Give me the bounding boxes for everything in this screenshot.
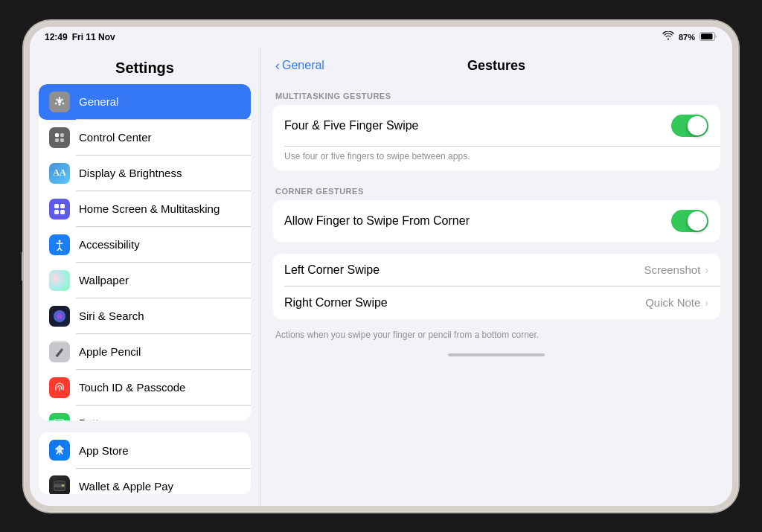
side-button bbox=[22, 251, 24, 281]
left-corner-swipe-text: Screenshot bbox=[644, 263, 700, 276]
four-five-finger-toggle[interactable] bbox=[671, 115, 708, 137]
svg-rect-10 bbox=[60, 210, 65, 214]
sidebar-item-control-center[interactable]: Control Center bbox=[39, 120, 251, 156]
main-content: ‹ General Gestures MULTITASKING GESTURES… bbox=[260, 48, 732, 506]
four-five-finger-label: Four & Five Finger Swipe bbox=[284, 119, 419, 132]
svg-rect-3 bbox=[55, 133, 59, 137]
right-corner-swipe-label: Right Corner Swipe bbox=[284, 296, 388, 310]
four-five-finger-toggle-knob bbox=[688, 116, 707, 135]
ipad-frame: 12:49 Fri 11 Nov 87% bbox=[24, 21, 738, 512]
sidebar-item-appstore[interactable]: App Store bbox=[39, 432, 251, 468]
touchid-icon bbox=[49, 377, 70, 398]
back-label: General bbox=[282, 59, 324, 72]
sidebar-item-general[interactable]: General bbox=[39, 84, 251, 120]
sidebar-item-accessibility[interactable]: Accessibility bbox=[39, 227, 251, 263]
allow-finger-swipe-label: Allow Finger to Swipe From Corner bbox=[284, 214, 470, 228]
right-corner-swipe-text: Quick Note bbox=[645, 296, 700, 309]
control-center-icon bbox=[49, 127, 70, 148]
sidebar-label-accessibility: Accessibility bbox=[79, 238, 140, 251]
multitasking-description: Use four or five fingers to swipe betwee… bbox=[272, 147, 720, 170]
sidebar-label-siri: Siri & Search bbox=[79, 310, 144, 322]
left-corner-chevron-icon: › bbox=[705, 264, 708, 276]
home-indicator bbox=[448, 353, 545, 356]
multitasking-section-label: MULTITASKING GESTURES bbox=[260, 81, 732, 105]
wifi-icon bbox=[662, 31, 674, 42]
ipad-screen: 12:49 Fri 11 Nov 87% bbox=[30, 27, 732, 506]
right-corner-swipe-row[interactable]: Right Corner Swipe Quick Note › bbox=[272, 286, 720, 319]
sidebar-item-siri[interactable]: Siri & Search bbox=[39, 298, 251, 334]
right-corner-chevron-icon: › bbox=[705, 297, 708, 309]
appstore-icon bbox=[49, 440, 70, 461]
battery-sidebar-icon bbox=[49, 413, 70, 421]
svg-rect-5 bbox=[55, 138, 59, 142]
svg-rect-9 bbox=[54, 210, 59, 214]
sidebar-label-appstore: App Store bbox=[79, 444, 129, 457]
svg-rect-18 bbox=[54, 484, 65, 485]
status-time: 12:49 bbox=[45, 32, 68, 42]
main-page-title: Gestures bbox=[467, 58, 525, 74]
sidebar-item-homescreen[interactable]: Home Screen & Multitasking bbox=[39, 191, 251, 227]
right-corner-swipe-value: Quick Note › bbox=[645, 296, 708, 309]
main-header: ‹ General Gestures bbox=[260, 48, 732, 81]
sidebar-section-1: General Control Center bbox=[39, 84, 251, 421]
wallet-icon bbox=[49, 475, 70, 493]
pencil-icon bbox=[49, 342, 70, 362]
sidebar-title: Settings bbox=[30, 48, 260, 84]
corner-toggle-card: Allow Finger to Swipe From Corner bbox=[272, 200, 720, 242]
sidebar-item-pencil[interactable]: Apple Pencil bbox=[39, 334, 251, 370]
battery-percent: 87% bbox=[679, 33, 695, 42]
status-date: Fri 11 Nov bbox=[72, 32, 115, 42]
app-content: Settings General bbox=[30, 48, 732, 506]
homescreen-icon bbox=[49, 199, 70, 219]
sidebar-label-wallpaper: Wallpaper bbox=[79, 274, 129, 286]
status-bar: 12:49 Fri 11 Nov 87% bbox=[30, 27, 732, 48]
sidebar-section-2: App Store Wallet & Apple Pay bbox=[39, 432, 251, 493]
corner-actions-card: Left Corner Swipe Screenshot › Right Cor… bbox=[272, 254, 720, 319]
allow-finger-swipe-row[interactable]: Allow Finger to Swipe From Corner bbox=[272, 200, 720, 242]
sidebar-label-display: Display & Brightness bbox=[79, 167, 182, 179]
left-corner-swipe-label: Left Corner Swipe bbox=[284, 263, 380, 277]
svg-rect-8 bbox=[60, 204, 65, 208]
multitasking-card: Four & Five Finger Swipe Use four or fiv… bbox=[272, 105, 720, 170]
back-chevron-icon: ‹ bbox=[275, 58, 280, 74]
sidebar-item-display[interactable]: AA Display & Brightness bbox=[39, 156, 251, 191]
allow-finger-swipe-toggle[interactable] bbox=[671, 210, 708, 232]
siri-icon bbox=[49, 306, 70, 327]
sidebar: Settings General bbox=[30, 48, 260, 506]
sidebar-label-control-center: Control Center bbox=[79, 131, 152, 144]
wallpaper-icon bbox=[49, 270, 70, 291]
display-icon: AA bbox=[49, 163, 70, 184]
allow-finger-swipe-knob bbox=[688, 211, 707, 231]
left-corner-swipe-row[interactable]: Left Corner Swipe Screenshot › bbox=[272, 254, 720, 286]
accessibility-icon bbox=[49, 234, 70, 255]
sidebar-item-wallpaper[interactable]: Wallpaper bbox=[39, 263, 251, 298]
svg-point-11 bbox=[59, 240, 61, 242]
sidebar-item-battery[interactable]: Battery bbox=[39, 406, 251, 421]
corner-actions-description: Actions when you swipe your finger or pe… bbox=[260, 325, 732, 349]
sidebar-label-wallet: Wallet & Apple Pay bbox=[79, 480, 173, 493]
left-corner-swipe-value: Screenshot › bbox=[644, 263, 708, 276]
sidebar-label-battery: Battery bbox=[79, 417, 115, 420]
sidebar-item-wallet[interactable]: Wallet & Apple Pay bbox=[39, 468, 251, 493]
general-icon bbox=[49, 92, 70, 112]
corner-section-label: CORNER GESTURES bbox=[260, 176, 732, 200]
four-five-finger-row[interactable]: Four & Five Finger Swipe bbox=[272, 105, 720, 147]
svg-rect-13 bbox=[55, 420, 62, 421]
sidebar-item-touchid[interactable]: Touch ID & Passcode bbox=[39, 370, 251, 406]
battery-icon bbox=[699, 31, 717, 44]
svg-rect-4 bbox=[60, 133, 64, 137]
back-button[interactable]: ‹ General bbox=[275, 58, 324, 74]
sidebar-label-homescreen: Home Screen & Multitasking bbox=[79, 202, 220, 215]
svg-rect-6 bbox=[60, 138, 64, 142]
sidebar-label-pencil: Apple Pencil bbox=[79, 345, 141, 358]
svg-rect-19 bbox=[62, 485, 64, 487]
svg-rect-7 bbox=[54, 204, 59, 208]
status-right: 87% bbox=[662, 31, 717, 44]
sidebar-label-general: General bbox=[79, 95, 118, 108]
sidebar-label-touchid: Touch ID & Passcode bbox=[79, 381, 185, 394]
svg-rect-1 bbox=[701, 33, 713, 39]
